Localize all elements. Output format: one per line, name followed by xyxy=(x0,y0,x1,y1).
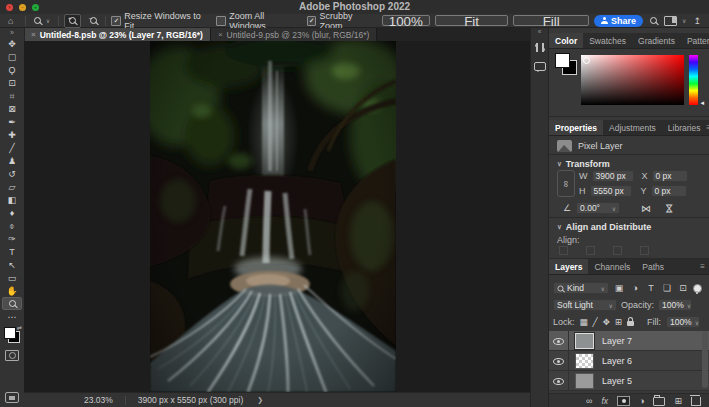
tab-color[interactable]: Color xyxy=(549,33,583,48)
saturation-brightness-picker[interactable] xyxy=(581,55,684,105)
eyedropper-tool[interactable]: ✒ xyxy=(2,115,22,128)
panel-menu-icon[interactable]: ≡ xyxy=(700,259,709,274)
foreground-background-colors[interactable]: ⇄ xyxy=(3,326,21,344)
height-field[interactable]: 5550 px xyxy=(590,185,632,197)
comments-panel-button[interactable] xyxy=(532,59,547,74)
layer-row-5[interactable]: Layer 5 xyxy=(549,371,709,391)
visibility-toggle[interactable] xyxy=(549,371,569,390)
layer-name[interactable]: Layer 6 xyxy=(602,356,632,366)
tab-patterns[interactable]: Patterns xyxy=(681,33,709,48)
screen-mode-icon[interactable] xyxy=(5,392,19,403)
tab-libraries[interactable]: Libraries xyxy=(662,120,707,135)
type-tool[interactable]: T xyxy=(2,245,22,258)
document-info[interactable]: 3900 px x 5550 px (300 ppi) xyxy=(138,395,243,405)
zoom-out-button[interactable]: − xyxy=(86,15,101,27)
zoom-tool[interactable] xyxy=(2,297,22,310)
lock-all-icon[interactable] xyxy=(627,321,634,326)
x-field[interactable]: 0 px xyxy=(652,170,688,182)
canvas-area[interactable] xyxy=(24,41,530,392)
link-dimensions-button[interactable]: ∞ xyxy=(557,170,575,197)
layer-row-6[interactable]: Layer 6 xyxy=(549,351,709,371)
transform-section-header[interactable]: ∨ Transform xyxy=(557,159,610,169)
delete-layer-icon[interactable] xyxy=(691,397,701,406)
marquee-tool[interactable]: ▢ xyxy=(2,50,22,63)
tab-adjustments[interactable]: Adjustments xyxy=(603,120,662,135)
align-section-header[interactable]: ∨ Align and Distribute xyxy=(557,222,651,232)
swap-colors-icon[interactable]: ⇄ xyxy=(17,324,22,331)
close-tab-icon[interactable]: × xyxy=(218,30,223,39)
lasso-tool[interactable]: Ϙ xyxy=(2,63,22,76)
lock-position-icon[interactable]: ✥ xyxy=(603,317,610,327)
tab-layers[interactable]: Layers xyxy=(549,259,588,274)
flip-horizontal-icon[interactable]: ⋈ xyxy=(641,203,651,214)
fill-select[interactable]: 100% ∨ xyxy=(666,316,700,328)
export-icon[interactable]: ↥ xyxy=(694,16,702,26)
document-tab-untitled-9[interactable]: × Untitled-9.psb @ 23% (blur, RGB/16*) xyxy=(211,28,377,41)
history-brush-tool[interactable]: ↺ xyxy=(2,167,22,180)
layer-style-icon[interactable]: fx xyxy=(601,396,608,406)
tab-swatches[interactable]: Swatches xyxy=(583,33,632,48)
workspace-switcher[interactable]: ∨ xyxy=(664,16,686,26)
new-adjustment-layer-icon[interactable]: ◑ xyxy=(639,396,644,406)
rotation-field[interactable]: 0.00°∨ xyxy=(576,202,620,214)
filter-pixel-layers-icon[interactable]: ▣ xyxy=(613,283,625,293)
quick-mask-icon[interactable] xyxy=(5,350,19,361)
tab-gradients[interactable]: Gradients xyxy=(632,33,681,48)
search-icon[interactable] xyxy=(650,17,657,24)
tab-channels[interactable]: Channels xyxy=(588,259,636,274)
tab-properties[interactable]: Properties xyxy=(549,120,603,135)
link-layers-icon[interactable]: ∞ xyxy=(586,396,592,406)
home-button[interactable]: ⌂ xyxy=(2,15,20,27)
layer-row-7[interactable]: Layer 7 xyxy=(549,331,709,351)
collapse-dock-icon[interactable]: « xyxy=(538,28,542,36)
healing-brush-tool[interactable]: ✚ xyxy=(2,128,22,141)
edit-toolbar-button[interactable]: ⋯ xyxy=(2,310,22,323)
close-tab-icon[interactable]: × xyxy=(31,30,36,39)
filter-smart-objects-icon[interactable]: ⊡ xyxy=(677,283,689,293)
blend-mode-select[interactable]: Soft Light ∨ xyxy=(553,299,617,311)
eraser-tool[interactable]: ▱ xyxy=(2,180,22,193)
layer-thumbnail[interactable] xyxy=(575,373,594,389)
dodge-tool[interactable]: ⌽ xyxy=(2,219,22,232)
move-tool[interactable]: ✥ xyxy=(2,37,22,50)
filter-adjustment-layers-icon[interactable]: ◑ xyxy=(629,283,641,293)
layer-thumbnail[interactable] xyxy=(575,333,594,349)
filter-shape-layers-icon[interactable]: ❏ xyxy=(661,283,673,293)
new-group-icon[interactable] xyxy=(653,397,665,406)
history-panel-button[interactable] xyxy=(532,40,547,55)
lock-artboard-icon[interactable]: ⊞ xyxy=(615,317,622,327)
layers-scrollbar[interactable] xyxy=(702,331,708,388)
object-selection-tool[interactable]: ⊡ xyxy=(2,76,22,89)
status-zoom-field[interactable]: 23.03% xyxy=(84,395,113,405)
visibility-toggle[interactable] xyxy=(549,351,569,370)
fit-screen-button[interactable]: Fit Screen xyxy=(435,15,509,26)
share-button[interactable]: Share xyxy=(594,15,643,27)
path-selection-tool[interactable]: ↖ xyxy=(2,258,22,271)
hand-tool[interactable]: ✋ xyxy=(2,284,22,297)
status-menu-chevron-icon[interactable]: ❯ xyxy=(257,396,263,404)
lock-transparency-icon[interactable]: ▦ xyxy=(580,317,588,327)
opacity-select[interactable]: 100% ∨ xyxy=(658,299,692,311)
flip-vertical-icon[interactable]: ⋈ xyxy=(664,203,675,213)
shape-tool[interactable]: ▭ xyxy=(2,271,22,284)
blur-tool[interactable]: ♦ xyxy=(2,206,22,219)
gradient-tool[interactable]: ◧ xyxy=(2,193,22,206)
clone-stamp-tool[interactable]: ♟ xyxy=(2,154,22,167)
lock-pixels-icon[interactable]: ╱ xyxy=(593,317,598,327)
y-field[interactable]: 0 px xyxy=(651,185,687,197)
layer-name[interactable]: Layer 5 xyxy=(602,376,632,386)
width-field[interactable]: 3900 px xyxy=(592,170,634,182)
frame-tool[interactable]: ⊠ xyxy=(2,102,22,115)
filter-type-layers-icon[interactable]: T xyxy=(645,283,657,293)
hue-slider[interactable]: ◂ xyxy=(689,55,698,105)
document-tab-untitled-8[interactable]: × Untitled-8.psb @ 23% (Layer 7, RGB/16*… xyxy=(24,28,211,41)
fill-screen-button[interactable]: Fill Screen xyxy=(513,15,589,26)
tab-paths[interactable]: Paths xyxy=(636,259,670,274)
zoom-in-button[interactable]: + xyxy=(64,14,81,28)
add-layer-mask-icon[interactable] xyxy=(617,396,630,406)
pen-tool[interactable]: ✑ xyxy=(2,232,22,245)
filter-kind-select[interactable]: Kind ∨ xyxy=(553,282,609,294)
zoom-100-button[interactable]: 100% xyxy=(382,15,430,26)
crop-tool[interactable]: ⌗ xyxy=(2,89,22,102)
filter-toggle-icon[interactable] xyxy=(693,284,702,293)
